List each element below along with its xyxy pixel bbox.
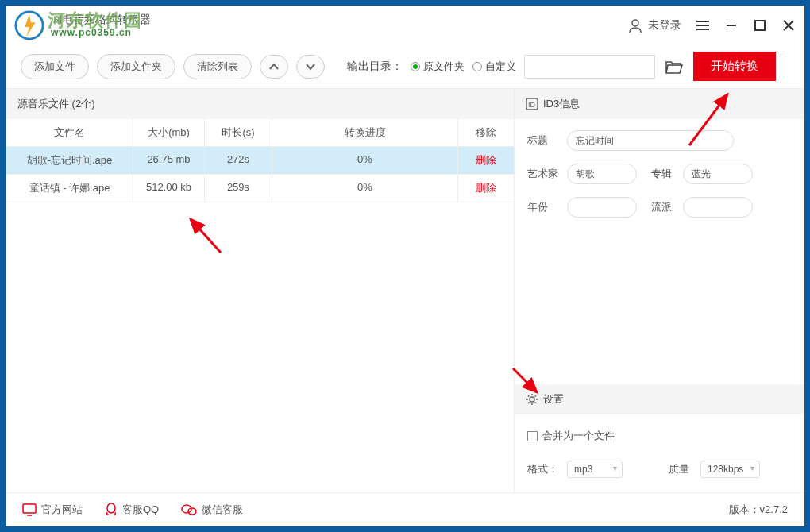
move-up-button[interactable] [260,55,288,79]
add-folder-button[interactable]: 添加文件夹 [97,54,176,79]
radio-custom-folder[interactable]: 自定义 [472,60,516,74]
minimize-icon [726,20,737,31]
cell-size: 512.00 kb [133,175,205,202]
format-label: 格式： [527,462,561,476]
qq-link[interactable]: 客服QQ [105,503,159,517]
cell-size: 26.75 mb [133,147,205,174]
genre-label: 流派 [651,200,677,214]
qq-icon [105,503,118,517]
file-list-title: 源音乐文件 (2个) [6,89,514,119]
album-label: 专辑 [651,167,677,181]
radio-original-folder[interactable]: 原文件夹 [411,60,465,74]
chevron-down-icon [305,63,316,71]
settings-form: 合并为一个文件 格式： mp3 质量 128kbps [515,414,804,492]
artist-label: 艺术家 [527,167,561,181]
id3-form: 标题 艺术家 专辑 年份 流派 [515,119,804,229]
year-label: 年份 [527,200,561,214]
table-row[interactable]: 童话镇 - 许娜.ape 512.00 kb 259s 0% 删除 [6,175,514,202]
add-file-button[interactable]: 添加文件 [21,54,89,79]
close-icon [783,20,794,31]
cell-progress: 0% [272,175,458,202]
maximize-button[interactable] [753,18,767,33]
close-button[interactable] [781,18,796,33]
app-logo [14,10,44,40]
col-dur: 时长(s) [205,119,272,146]
col-size: 大小(mb) [133,119,205,146]
album-input[interactable] [683,164,753,184]
svg-point-1 [632,20,638,26]
id-icon: ID [526,98,538,110]
move-down-button[interactable] [296,55,325,79]
chevron-up-icon [268,63,280,71]
svg-rect-6 [755,21,765,30]
cell-name: 童话镇 - 许娜.ape [6,175,133,202]
settings-section-header: 设置 [515,384,804,414]
svg-text:ID: ID [528,101,536,109]
cell-dur: 272s [205,147,272,174]
radio-icon [411,62,420,71]
cell-name: 胡歌-忘记时间.ape [6,147,133,174]
login-label: 未登录 [648,18,681,33]
svg-point-14 [107,503,115,513]
maximize-icon [754,20,766,31]
gear-icon [526,393,538,406]
output-dir-label: 输出目录： [347,60,403,74]
id3-section-header: ID ID3信息 [515,89,804,119]
file-list-pane: 源音乐文件 (2个) 文件名 大小(mb) 时长(s) 转换进度 移除 胡歌-忘… [6,89,515,492]
year-input[interactable] [567,197,637,218]
version-label: 版本：v2.7.2 [729,503,788,517]
format-select[interactable]: mp3 [567,461,623,478]
watermark-text: 河东软件园 [48,9,143,33]
login-button[interactable]: 未登录 [627,17,681,33]
output-path-input[interactable] [524,55,655,79]
table-row[interactable]: 胡歌-忘记时间.ape 26.75 mb 272s 0% 删除 [6,147,514,175]
merge-checkbox-row[interactable]: 合并为一个文件 [527,429,791,443]
col-name: 文件名 [6,119,133,146]
folder-open-icon [665,59,684,75]
genre-input[interactable] [683,197,753,218]
wechat-link[interactable]: 微信客服 [181,503,243,517]
app-window: 河东软件园 闪电音频格式转换器 www.pc0359.cn 未登录 添加文件 添… [6,6,804,526]
svg-rect-12 [23,504,36,513]
browse-folder-button[interactable] [663,56,685,78]
checkbox-icon [527,431,538,441]
quality-label: 质量 [669,462,694,476]
radio-icon [472,62,482,71]
main-content: 源音乐文件 (2个) 文件名 大小(mb) 时长(s) 转换进度 移除 胡歌-忘… [6,89,804,492]
table-header: 文件名 大小(mb) 时长(s) 转换进度 移除 [6,119,514,147]
minimize-button[interactable] [724,18,739,33]
title-bar: 河东软件园 闪电音频格式转换器 www.pc0359.cn 未登录 [6,6,804,44]
artist-input[interactable] [567,164,637,184]
delete-button[interactable]: 删除 [458,175,514,202]
clear-list-button[interactable]: 清除列表 [183,54,252,79]
hamburger-icon [696,20,710,31]
menu-button[interactable] [696,18,710,33]
delete-button[interactable]: 删除 [458,147,514,174]
svg-point-16 [188,508,196,515]
col-progress: 转换进度 [272,119,458,146]
svg-point-11 [530,397,534,402]
start-convert-button[interactable]: 开始转换 [693,52,776,81]
official-site-link[interactable]: 官方网站 [22,503,83,517]
monitor-icon [22,503,37,516]
footer: 官方网站 客服QQ 微信客服 版本：v2.7.2 [6,492,804,526]
toolbar: 添加文件 添加文件夹 清除列表 输出目录： 原文件夹 自定义 开始转换 [6,44,804,89]
wechat-icon [181,503,197,516]
title-input[interactable] [567,130,734,151]
col-delete: 移除 [458,119,514,146]
right-pane: ID ID3信息 标题 艺术家 专辑 年份 流派 [515,89,804,492]
cell-progress: 0% [272,147,458,174]
merge-label: 合并为一个文件 [542,429,615,443]
user-icon [627,17,643,33]
cell-dur: 259s [205,175,272,202]
quality-select[interactable]: 128kbps [700,461,760,478]
title-label: 标题 [527,133,561,148]
